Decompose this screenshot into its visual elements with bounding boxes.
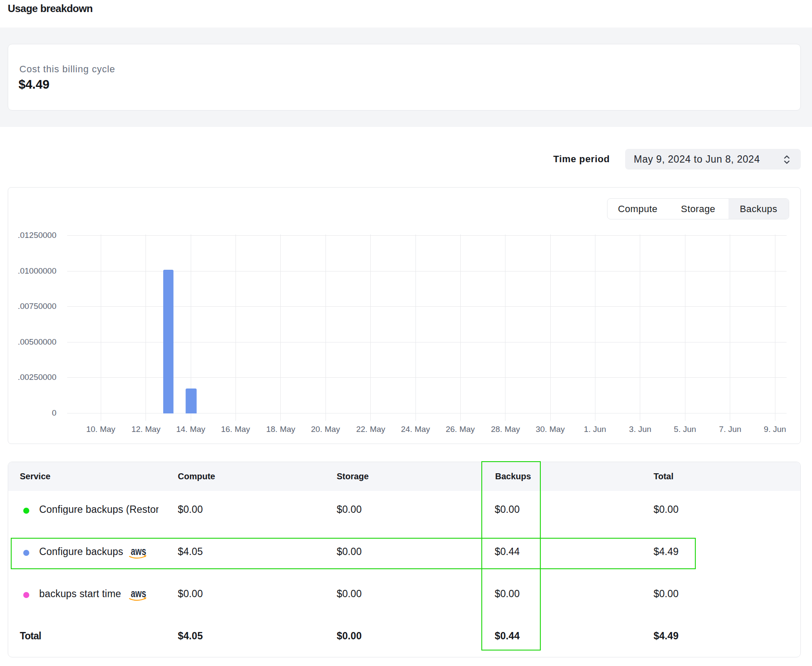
svg-text:aws: aws bbox=[131, 589, 146, 600]
